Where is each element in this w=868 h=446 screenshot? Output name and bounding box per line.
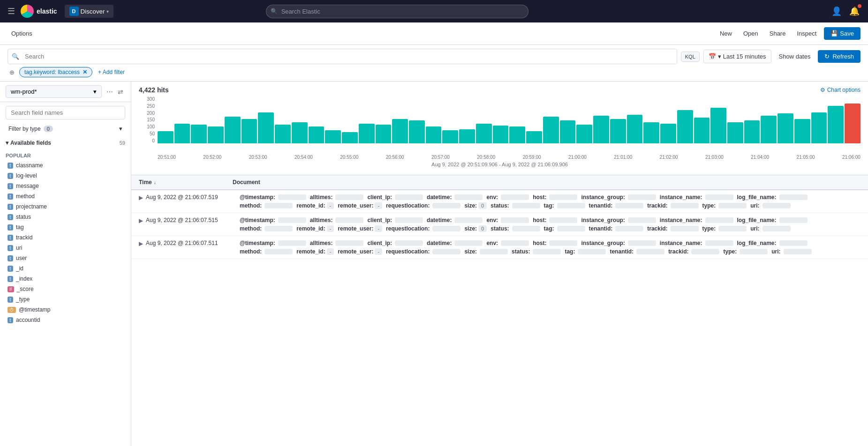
chart-bar[interactable] xyxy=(677,110,693,143)
filter-options-button[interactable]: ⊕ xyxy=(8,68,16,77)
chart-bar[interactable] xyxy=(359,124,375,144)
table-row-header[interactable]: ▶Aug 9, 2022 @ 21:06:07.511@timestamp:al… xyxy=(131,236,868,259)
expand-row-button[interactable]: ▶ xyxy=(139,240,143,247)
index-pattern-selector[interactable]: wm-prod* ▾ xyxy=(6,85,102,98)
chart-bar[interactable] xyxy=(777,113,793,143)
chart-bar[interactable] xyxy=(409,120,425,143)
chart-bar[interactable] xyxy=(493,126,509,143)
global-search-input[interactable] xyxy=(266,5,528,18)
sidebar-field-item[interactable]: tuser xyxy=(6,253,125,263)
sidebar-field-item[interactable]: t_type xyxy=(6,294,125,305)
sidebar-expand-button[interactable]: ⇄ xyxy=(116,86,125,97)
sidebar-field-item[interactable]: ttag xyxy=(6,222,125,232)
doc-field-name: instance_group: xyxy=(581,217,625,223)
doc-field-blank xyxy=(264,249,293,254)
chart-bar[interactable] xyxy=(660,124,676,144)
doc-field-name: @timestamp: xyxy=(240,217,275,223)
share-button[interactable]: Share xyxy=(766,27,790,40)
sidebar-field-item[interactable]: t_id xyxy=(6,263,125,274)
sidebar-field-item[interactable]: tclassname xyxy=(6,160,125,171)
kql-badge[interactable]: KQL xyxy=(681,52,700,62)
chart-bar[interactable] xyxy=(744,120,760,143)
chart-bar[interactable] xyxy=(325,130,341,143)
chart-bar[interactable] xyxy=(627,115,643,143)
chart-bar[interactable] xyxy=(174,124,190,144)
chart-bar[interactable] xyxy=(225,117,241,143)
chart-bar[interactable] xyxy=(158,131,174,143)
sidebar-field-item[interactable]: tprojectname xyxy=(6,201,125,212)
show-dates-button[interactable]: Show dates xyxy=(775,50,815,63)
field-name: method xyxy=(16,193,35,200)
chart-bar[interactable] xyxy=(727,122,743,143)
chart-bar[interactable] xyxy=(309,126,325,143)
expand-row-button[interactable]: ▶ xyxy=(139,194,143,201)
chart-bar[interactable] xyxy=(710,108,726,143)
chart-bar[interactable] xyxy=(242,119,257,143)
new-button[interactable]: New xyxy=(716,27,736,40)
chart-bar[interactable] xyxy=(543,117,559,143)
doc-field-name: requestlocation: xyxy=(386,202,430,209)
chart-bar[interactable] xyxy=(191,125,207,143)
chart-bar[interactable] xyxy=(426,126,442,143)
chart-bar[interactable] xyxy=(476,124,492,144)
chart-bar[interactable] xyxy=(392,119,408,143)
chart-options-button[interactable]: ⚙ Chart options xyxy=(820,87,860,93)
doc-field-name: log_file_name: xyxy=(737,240,777,246)
options-button[interactable]: Options xyxy=(8,27,36,40)
chart-bar[interactable] xyxy=(576,125,592,143)
chart-bar[interactable] xyxy=(342,132,358,143)
time-column-header[interactable]: Time ↓ xyxy=(139,179,233,186)
expand-row-button[interactable]: ▶ xyxy=(139,217,143,224)
sidebar-field-item[interactable]: t_index xyxy=(6,274,125,284)
chart-bar[interactable] xyxy=(376,125,392,143)
chart-bar[interactable] xyxy=(275,125,291,143)
search-input[interactable] xyxy=(23,49,677,64)
doc-field: requestlocation: xyxy=(386,248,460,255)
sidebar-field-item[interactable]: tstatus xyxy=(6,212,125,222)
chart-bar[interactable] xyxy=(811,112,827,143)
chart-bar[interactable] xyxy=(526,131,542,143)
time-picker[interactable]: 📅 ▾ Last 15 minutes xyxy=(703,50,771,63)
chart-bar[interactable] xyxy=(845,104,860,143)
chart-bar[interactable] xyxy=(459,129,475,143)
chart-bar[interactable] xyxy=(761,116,777,143)
filter-by-type-toggle[interactable]: Filter by type 0 ▾ xyxy=(6,123,125,134)
chart-bar[interactable] xyxy=(442,130,458,143)
refresh-label: Refresh xyxy=(832,53,854,60)
chart-bar[interactable] xyxy=(643,122,659,143)
sidebar-field-item[interactable]: ttrackid xyxy=(6,232,125,243)
sidebar-more-options[interactable]: ⋯ xyxy=(105,86,115,97)
save-button[interactable]: 💾 Save xyxy=(824,27,860,40)
chart-bar[interactable] xyxy=(593,116,609,143)
chart-bar[interactable] xyxy=(208,126,224,143)
refresh-button[interactable]: ↻ Refresh xyxy=(818,50,860,63)
sidebar-field-item[interactable]: tlog-level xyxy=(6,171,125,181)
discover-app-switcher[interactable]: D Discover ▾ xyxy=(65,5,114,18)
inspect-button[interactable]: Inspect xyxy=(793,27,820,40)
hamburger-menu-button[interactable]: ☰ xyxy=(6,4,17,18)
chart-bar[interactable] xyxy=(694,118,710,143)
sidebar-field-item[interactable]: taccountid xyxy=(6,315,125,325)
sidebar-field-item[interactable]: turi xyxy=(6,243,125,253)
sidebar-field-item[interactable]: ⏱@timestamp xyxy=(6,305,125,315)
chart-bar[interactable] xyxy=(560,120,576,143)
remove-filter-button[interactable]: ✕ xyxy=(83,69,87,75)
search-fields-input[interactable] xyxy=(6,106,125,119)
table-row-header[interactable]: ▶Aug 9, 2022 @ 21:06:07.519@timestamp:al… xyxy=(131,190,868,213)
chart-bar[interactable] xyxy=(509,126,525,143)
chart-bar[interactable] xyxy=(258,112,274,143)
sidebar-field-item[interactable]: tmethod xyxy=(6,191,125,201)
chart-bar[interactable] xyxy=(794,119,810,143)
available-fields-header[interactable]: ▾ Available fields 59 xyxy=(6,137,125,149)
sidebar-field-item[interactable]: tmessage xyxy=(6,181,125,191)
user-avatar-button[interactable]: 👤 xyxy=(829,3,845,19)
chart-bar[interactable] xyxy=(610,119,626,143)
chart-bar[interactable] xyxy=(292,122,308,143)
table-row-header[interactable]: ▶Aug 9, 2022 @ 21:06:07.515@timestamp:al… xyxy=(131,213,868,236)
open-button[interactable]: Open xyxy=(740,27,762,40)
chart-bar[interactable] xyxy=(828,106,844,143)
doc-field-name: env: xyxy=(486,194,498,201)
sidebar-field-item[interactable]: #_score xyxy=(6,284,125,294)
notifications-button[interactable]: 🔔 xyxy=(846,3,862,19)
add-filter-button[interactable]: + Add filter xyxy=(95,68,128,76)
